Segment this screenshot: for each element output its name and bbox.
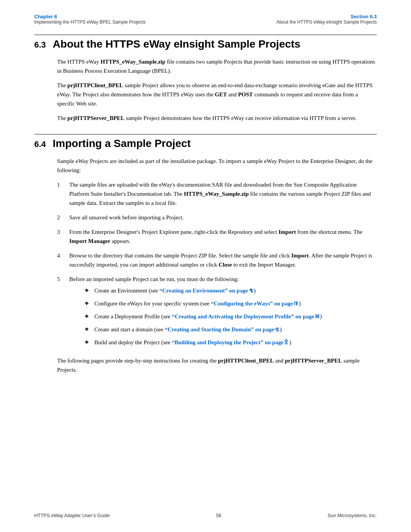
- bullet-3-icon: ❖: [84, 313, 93, 321]
- bullet-4-text: Create and start a domain (see “Creating…: [94, 325, 377, 334]
- step-1-text: The sample files are uploaded with the e…: [69, 180, 377, 208]
- footer-left: HTTPS eWay Adapter User’s Guide: [34, 513, 110, 518]
- bullet-1-text: Create an Environment (see “Creating an …: [94, 286, 377, 295]
- page: Chapter 6 Implementing the HTTPS eWay BP…: [0, 0, 411, 532]
- section-64-closing: The following pages provide step-by-step…: [34, 356, 377, 374]
- bullet-3-text: Create a Deployment Profile (see “Creati…: [94, 312, 377, 321]
- bullet-5: ❖ Build and deploy the Project (see “Bui…: [84, 338, 377, 347]
- step-2-num: 2: [57, 213, 68, 222]
- section-63-para-1: The HTTPS eWay HTTPS_eWay_Sample.zip fil…: [34, 57, 377, 75]
- section-63-para-3: The prjHTTPServer_BPEL sample Project de…: [34, 113, 377, 123]
- bullet-1: ❖ Create an Environment (see “Creating a…: [84, 286, 377, 295]
- step-2-text: Save all unsaved work before importing a…: [69, 213, 377, 222]
- step-4-num: 4: [57, 251, 68, 260]
- section-64-intro: Sample eWay Projects are included as par…: [34, 157, 377, 175]
- section-64-heading: Importing a Sample Project: [53, 137, 191, 150]
- bullet-2: ❖ Configure the eWays for your specific …: [84, 299, 377, 308]
- page-header: Chapter 6 Implementing the HTTPS eWay BP…: [34, 0, 377, 28]
- section-64-title-block: 6.4 Importing a Sample Project: [34, 137, 377, 150]
- bullet-2-text: Configure the eWays for your specific sy…: [94, 299, 377, 308]
- link-configuring-eways[interactable]: “Configuring the eWays” on pageꁹ: [211, 300, 299, 307]
- header-left: Chapter 6 Implementing the HTTPS eWay BP…: [34, 14, 146, 25]
- step-5: 5 Before an imported sample Project can …: [57, 275, 377, 351]
- step-5-num: 5: [57, 275, 68, 284]
- link-building-deploying[interactable]: “Building and Deploying the Project” on …: [172, 339, 289, 345]
- bullet-5-icon: ❖: [84, 339, 93, 347]
- step-2: 2 Save all unsaved work before importing…: [57, 213, 377, 222]
- chapter-subtitle: Implementing the HTTPS eWay BPEL Sample …: [34, 19, 146, 25]
- section-63-number: 6.3: [34, 40, 46, 50]
- section-64-steps: 1 The sample files are uploaded with the…: [34, 180, 377, 351]
- bullet-4: ❖ Create and start a domain (see “Creati…: [84, 325, 377, 334]
- footer-right: Sun Microsystems, Inc.: [328, 513, 377, 518]
- step-4: 4 Browse to the directory that contains …: [57, 251, 377, 269]
- bullet-list: ❖ Create an Environment (see “Creating a…: [69, 286, 377, 347]
- link-creating-environment[interactable]: “Creating an Environment” on pageꁸ: [159, 288, 254, 294]
- link-creating-deployment-profile[interactable]: “Creating and Activating the Deployment …: [172, 313, 320, 320]
- bullet-2-icon: ❖: [84, 300, 93, 308]
- bullet-1-icon: ❖: [84, 287, 93, 295]
- section-label: Section 6.3: [350, 14, 377, 19]
- section-63-title-block: 6.3 About the HTTPS eWay eInsight Sample…: [34, 38, 377, 50]
- link-creating-starting-domain[interactable]: “Creating and Starting the Domain” on pa…: [165, 326, 280, 332]
- section-63-para-2: The prjHTTPClient_BPEL sample Project al…: [34, 81, 377, 108]
- step-3: 3 From the Enterprise Designer's Project…: [57, 227, 377, 246]
- bullet-3: ❖ Create a Deployment Profile (see “Crea…: [84, 312, 377, 321]
- step-1-num: 1: [57, 180, 68, 189]
- section-64-number: 6.4: [34, 139, 46, 149]
- step-5-text: Before an imported sample Project can be…: [69, 275, 377, 351]
- bullet-4-icon: ❖: [84, 326, 93, 334]
- footer-page-number: 58: [216, 513, 221, 518]
- page-footer: HTTPS eWay Adapter User’s Guide 58 Sun M…: [34, 513, 377, 518]
- step-1: 1 The sample files are uploaded with the…: [57, 180, 377, 208]
- step-3-text: From the Enterprise Designer's Project E…: [69, 227, 377, 246]
- section-63-heading: About the HTTPS eWay eInsight Sample Pro…: [53, 38, 301, 50]
- section-63-divider: [34, 35, 377, 35]
- section-64-divider: [34, 134, 377, 134]
- step-3-num: 3: [57, 227, 68, 236]
- header-right: Section 6.3 About the HTTPS eWay eInsigh…: [276, 14, 377, 25]
- chapter-label: Chapter 6: [34, 14, 146, 19]
- section-subtitle: About the HTTPS eWay eInsight Sample Pro…: [276, 19, 377, 25]
- step-4-text: Browse to the directory that contains th…: [69, 251, 377, 269]
- bullet-5-text: Build and deploy the Project (see “Build…: [94, 338, 377, 347]
